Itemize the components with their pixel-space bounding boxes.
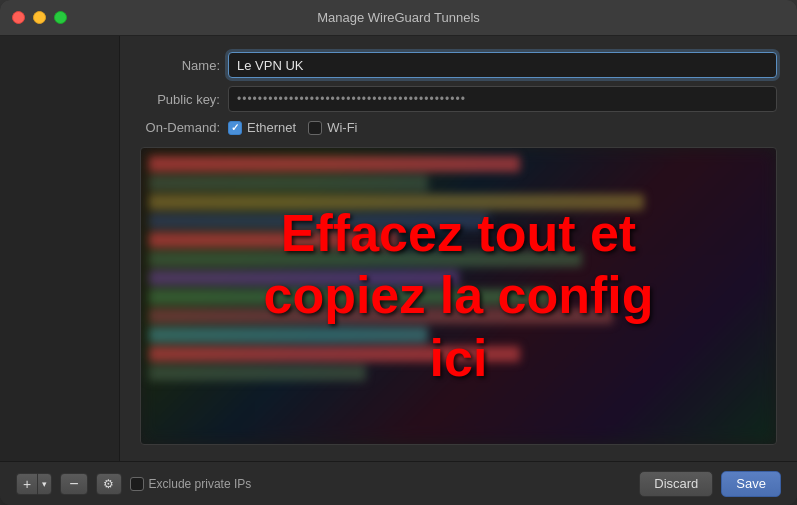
bottom-right: Discard Save xyxy=(639,471,781,497)
remove-button[interactable]: − xyxy=(60,473,87,495)
on-demand-row: On-Demand: Ethernet Wi-Fi xyxy=(140,120,777,135)
wifi-label: Wi-Fi xyxy=(327,120,357,135)
ethernet-checkbox[interactable] xyxy=(228,121,242,135)
form-section: Name: Public key: ••••••••••••••••••••••… xyxy=(140,52,777,135)
save-button[interactable]: Save xyxy=(721,471,781,497)
ethernet-label: Ethernet xyxy=(247,120,296,135)
minimize-button[interactable] xyxy=(33,11,46,24)
traffic-lights xyxy=(12,11,67,24)
exclude-private-option[interactable]: Exclude private IPs xyxy=(130,477,252,491)
content-area: Name: Public key: ••••••••••••••••••••••… xyxy=(120,36,797,461)
public-key-label: Public key: xyxy=(140,92,220,107)
ethernet-option[interactable]: Ethernet xyxy=(228,120,296,135)
discard-button[interactable]: Discard xyxy=(639,471,713,497)
config-row xyxy=(149,156,520,172)
maximize-button[interactable] xyxy=(54,11,67,24)
title-bar: Manage WireGuard Tunnels xyxy=(0,0,797,36)
exclude-private-label: Exclude private IPs xyxy=(149,477,252,491)
public-key-value: ••••••••••••••••••••••••••••••••••••••••… xyxy=(228,86,777,112)
wifi-option[interactable]: Wi-Fi xyxy=(308,120,357,135)
add-button[interactable]: + xyxy=(16,473,37,495)
add-button-group: + ▾ xyxy=(16,473,52,495)
window-title: Manage WireGuard Tunnels xyxy=(317,10,480,25)
add-dropdown-button[interactable]: ▾ xyxy=(37,473,52,495)
config-row xyxy=(149,175,428,191)
wifi-checkbox[interactable] xyxy=(308,121,322,135)
bottom-bar: + ▾ − ⚙ Exclude private IPs Discard Save xyxy=(0,461,797,505)
on-demand-label: On-Demand: xyxy=(140,120,220,135)
sidebar xyxy=(0,36,120,461)
public-key-row: Public key: ••••••••••••••••••••••••••••… xyxy=(140,86,777,112)
on-demand-options: Ethernet Wi-Fi xyxy=(228,120,357,135)
bottom-left: + ▾ − ⚙ Exclude private IPs xyxy=(16,473,251,495)
config-editor[interactable]: Effacez tout et copiez la config ici xyxy=(140,147,777,445)
main-window: Manage WireGuard Tunnels Name: Public ke… xyxy=(0,0,797,505)
close-button[interactable] xyxy=(12,11,25,24)
name-row: Name: xyxy=(140,52,777,78)
name-label: Name: xyxy=(140,58,220,73)
name-input[interactable] xyxy=(228,52,777,78)
main-content: Name: Public key: ••••••••••••••••••••••… xyxy=(0,36,797,461)
settings-button[interactable]: ⚙ xyxy=(96,473,122,495)
exclude-private-checkbox[interactable] xyxy=(130,477,144,491)
overlay-text: Effacez tout et copiez la config ici xyxy=(263,202,653,389)
